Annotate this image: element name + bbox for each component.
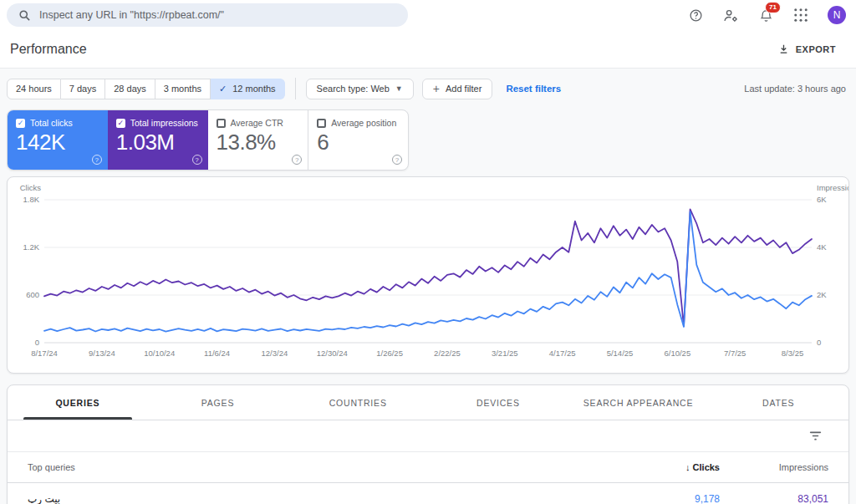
page-title: Performance xyxy=(10,42,87,57)
add-filter-button[interactable]: + Add filter xyxy=(422,79,493,99)
main-content: 24 hours 7 days 28 days 3 months ✓ 12 mo… xyxy=(0,69,856,504)
help-icon[interactable]: ? xyxy=(392,155,402,165)
tab-countries[interactable]: COUNTRIES xyxy=(288,385,428,420)
metric-total-clicks[interactable]: ✓Total clicks 142K ? xyxy=(8,110,108,170)
impressions-cell: 83,051 xyxy=(720,493,828,504)
svg-text:2/22/25: 2/22/25 xyxy=(434,349,461,358)
table-row[interactable]: بیت رپ 9,178 83,051 xyxy=(8,483,848,504)
dimension-tabs: QUERIES PAGES COUNTRIES DEVICES SEARCH A… xyxy=(8,385,848,420)
tab-devices[interactable]: DEVICES xyxy=(428,385,568,420)
performance-chart-card: 1.8K6K1.2K4K6002K00ClicksImpressions8/17… xyxy=(7,176,849,374)
last-update-text: Last update: 3 hours ago xyxy=(744,84,849,94)
svg-text:4/17/25: 4/17/25 xyxy=(549,349,576,358)
check-icon: ✓ xyxy=(219,84,227,94)
checkbox-average-position[interactable] xyxy=(317,119,326,128)
checkbox-total-impressions[interactable]: ✓ xyxy=(116,119,125,128)
plus-icon: + xyxy=(433,82,440,95)
table-filter-row xyxy=(8,420,848,452)
dimensions-table-card: QUERIES PAGES COUNTRIES DEVICES SEARCH A… xyxy=(7,384,849,504)
metric-average-position[interactable]: Average position 6 ? xyxy=(308,110,408,170)
table-header-row: Top queries ↓ Clicks Impressions xyxy=(8,452,848,483)
svg-text:Clicks: Clicks xyxy=(20,183,42,192)
svg-text:10/10/24: 10/10/24 xyxy=(144,349,175,358)
svg-text:11/6/24: 11/6/24 xyxy=(204,349,230,358)
svg-text:8/3/25: 8/3/25 xyxy=(782,349,803,358)
url-inspect-input[interactable] xyxy=(39,9,396,21)
svg-text:1.2K: 1.2K xyxy=(23,242,39,252)
range-7-days[interactable]: 7 days xyxy=(61,79,105,99)
reset-filters-link[interactable]: Reset filters xyxy=(506,84,561,94)
svg-text:600: 600 xyxy=(26,290,39,299)
performance-chart[interactable]: 1.8K6K1.2K4K6002K00ClicksImpressions8/17… xyxy=(8,177,848,373)
svg-text:6K: 6K xyxy=(817,195,827,204)
metric-value: 142K xyxy=(16,130,99,155)
divider xyxy=(295,78,296,99)
chevron-down-icon: ▼ xyxy=(395,84,403,93)
url-inspect-search[interactable] xyxy=(7,3,408,27)
avatar[interactable]: N xyxy=(828,6,846,24)
svg-text:12/3/24: 12/3/24 xyxy=(262,349,288,358)
svg-text:12/30/24: 12/30/24 xyxy=(317,349,348,358)
help-icon[interactable] xyxy=(687,7,704,23)
range-12-months[interactable]: ✓ 12 months xyxy=(211,79,285,99)
range-28-days[interactable]: 28 days xyxy=(105,79,155,99)
notification-badge: 71 xyxy=(765,2,781,13)
svg-text:0: 0 xyxy=(35,338,39,347)
column-impressions[interactable]: Impressions xyxy=(720,462,828,472)
checkbox-average-ctr[interactable] xyxy=(217,119,226,128)
svg-text:1.8K: 1.8K xyxy=(23,195,39,204)
app-header: 71 N xyxy=(0,0,856,30)
user-settings-icon[interactable] xyxy=(722,7,739,23)
tab-search-appearance[interactable]: SEARCH APPEARANCE xyxy=(568,385,709,420)
search-icon xyxy=(18,9,31,22)
title-row: Performance EXPORT xyxy=(0,30,856,69)
metric-total-impressions[interactable]: ✓Total impressions 1.03M ? xyxy=(108,110,208,170)
notifications-bell-icon[interactable]: 71 xyxy=(757,7,774,23)
metric-average-ctr[interactable]: Average CTR 13.8% ? xyxy=(208,110,308,170)
sort-descending-icon: ↓ xyxy=(685,462,690,472)
svg-text:Impressions: Impressions xyxy=(817,183,848,192)
metric-value: 13.8% xyxy=(217,130,300,155)
filter-bar: 24 hours 7 days 28 days 3 months ✓ 12 mo… xyxy=(0,69,856,99)
date-range-segments: 24 hours 7 days 28 days 3 months ✓ 12 mo… xyxy=(7,79,285,99)
help-icon[interactable]: ? xyxy=(192,155,202,165)
svg-text:6/10/25: 6/10/25 xyxy=(664,349,690,358)
help-icon[interactable]: ? xyxy=(92,155,102,165)
query-cell[interactable]: بیت رپ xyxy=(28,493,628,504)
metric-value: 1.03M xyxy=(116,130,200,155)
column-top-queries: Top queries xyxy=(28,462,628,472)
metric-value: 6 xyxy=(317,130,400,155)
filter-list-icon[interactable] xyxy=(809,430,822,441)
svg-text:4K: 4K xyxy=(817,242,827,252)
tab-dates[interactable]: DATES xyxy=(708,385,848,420)
range-24-hours[interactable]: 24 hours xyxy=(7,79,61,99)
help-icon[interactable]: ? xyxy=(292,155,302,165)
svg-text:0: 0 xyxy=(817,338,821,347)
svg-text:9/13/24: 9/13/24 xyxy=(89,349,115,358)
svg-text:5/14/25: 5/14/25 xyxy=(607,349,634,358)
tab-pages[interactable]: PAGES xyxy=(148,385,288,420)
checkbox-total-clicks[interactable]: ✓ xyxy=(16,119,25,128)
svg-text:1/26/25: 1/26/25 xyxy=(376,349,403,358)
export-button[interactable]: EXPORT xyxy=(772,38,843,59)
clicks-cell: 9,178 xyxy=(628,493,720,504)
column-clicks-sorted[interactable]: ↓ Clicks xyxy=(628,462,720,472)
svg-text:2K: 2K xyxy=(817,290,827,299)
tab-queries[interactable]: QUERIES xyxy=(8,385,148,420)
range-3-months[interactable]: 3 months xyxy=(155,79,211,99)
download-icon xyxy=(778,43,789,54)
metrics-card: ✓Total clicks 142K ? ✓Total impressions … xyxy=(7,109,409,171)
apps-grid-icon[interactable] xyxy=(792,7,809,23)
svg-text:8/17/24: 8/17/24 xyxy=(31,349,58,358)
svg-text:3/21/25: 3/21/25 xyxy=(492,349,518,358)
search-type-dropdown[interactable]: Search type: Web ▼ xyxy=(306,79,414,99)
svg-text:7/7/25: 7/7/25 xyxy=(724,349,746,358)
